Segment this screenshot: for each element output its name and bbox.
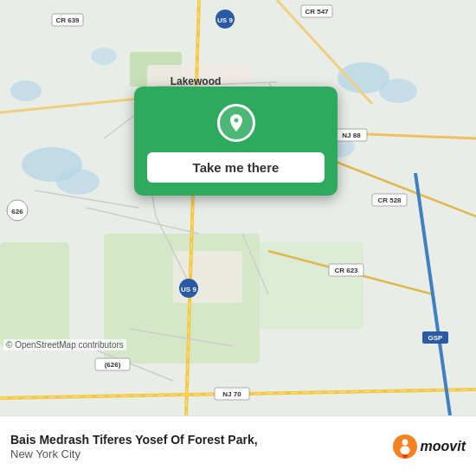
place-location: New York City	[10, 447, 384, 460]
moovit-icon	[393, 434, 417, 459]
svg-text:626: 626	[11, 208, 23, 215]
location-pin	[217, 104, 255, 142]
svg-text:CR 623: CR 623	[334, 267, 358, 274]
svg-point-4	[379, 79, 417, 103]
moovit-logo: moovit	[393, 434, 466, 459]
svg-point-60	[402, 439, 408, 445]
place-info: Bais Medrash Tiferes Yosef Of Forest Par…	[10, 432, 384, 460]
svg-text:CR 547: CR 547	[305, 8, 329, 16]
svg-rect-9	[260, 242, 363, 329]
bottom-bar: Bais Medrash Tiferes Yosef Of Forest Par…	[0, 415, 476, 476]
place-name: Bais Medrash Tiferes Yosef Of Forest Par…	[10, 432, 384, 447]
svg-point-6	[10, 80, 42, 101]
svg-point-61	[400, 446, 409, 454]
svg-text:Lakewood: Lakewood	[170, 75, 222, 87]
svg-rect-10	[0, 242, 69, 346]
take-me-there-button[interactable]: Take me there	[147, 152, 325, 183]
map-svg: CR 639 US 9 CR 547 NJ 88 CR 528 CR 623 U…	[0, 0, 476, 415]
popup-card: Take me there	[134, 87, 338, 196]
map-container: CR 639 US 9 CR 547 NJ 88 CR 528 CR 623 U…	[0, 0, 476, 415]
svg-text:NJ 70: NJ 70	[222, 390, 241, 398]
pin-icon	[226, 113, 247, 133]
svg-text:US 9: US 9	[217, 16, 233, 24]
svg-text:CR 528: CR 528	[377, 196, 402, 204]
svg-text:US 9: US 9	[181, 286, 196, 293]
svg-text:CR 639: CR 639	[55, 16, 80, 24]
moovit-text: moovit	[421, 439, 466, 454]
map-attribution: © OpenStreetMap contributors	[3, 339, 126, 351]
svg-text:NJ 88: NJ 88	[342, 132, 361, 139]
svg-text:GSP: GSP	[428, 334, 444, 342]
svg-point-2	[56, 169, 100, 195]
svg-point-7	[91, 48, 117, 65]
svg-text:(626): (626)	[105, 361, 121, 369]
